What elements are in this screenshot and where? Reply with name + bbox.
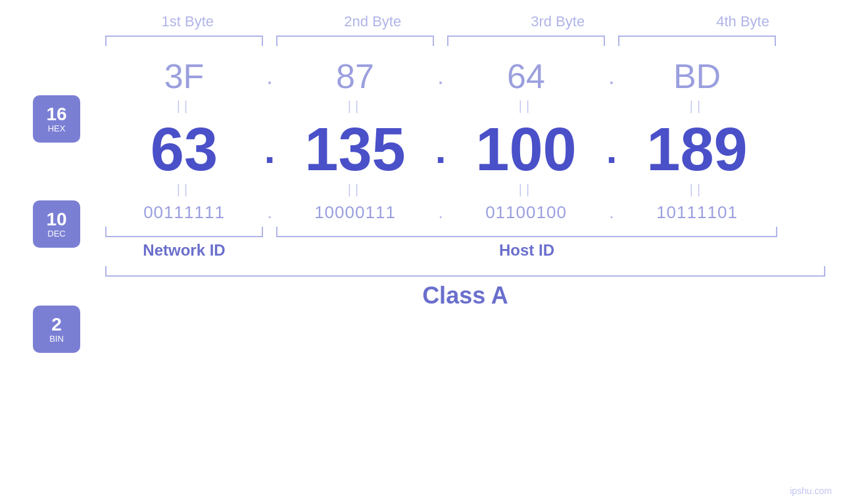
top-brackets-row — [105, 35, 825, 46]
hex-badge-label: HEX — [48, 124, 66, 133]
hex-row: 3F . 87 . 64 . BD — [105, 57, 825, 96]
bracket-top-3 — [447, 35, 605, 46]
hex-badge-number: 16 — [46, 105, 66, 124]
hex-value-1: 3F — [105, 57, 263, 96]
hex-value-4: BD — [618, 57, 776, 96]
eq-4: || — [618, 99, 776, 114]
bin-row: 00111111 . 10000111 . 01100100 . 1011110… — [105, 202, 825, 223]
dot-bin-1: . — [263, 202, 276, 223]
dec-badge: 10 DEC — [33, 200, 80, 248]
hex-value-2: 87 — [276, 57, 434, 96]
bracket-top-4 — [618, 35, 776, 46]
dot-2: . — [434, 62, 447, 90]
equals-row-1: || || || || — [105, 99, 825, 114]
dot-bin-3: . — [605, 202, 618, 223]
dec-value-3: 100 — [447, 119, 605, 179]
eq-3: || — [447, 99, 605, 114]
hex-badge: 16 HEX — [33, 95, 80, 143]
full-bracket-row — [105, 266, 825, 277]
byte-headers: 1st Byte 2nd Byte 3rd Byte 4th Byte — [105, 13, 825, 30]
bottom-brackets-row — [105, 227, 825, 237]
eq2-2: || — [276, 182, 434, 197]
eq2-3: || — [447, 182, 605, 197]
eq-2: || — [276, 99, 434, 114]
bin-value-1: 00111111 — [105, 202, 263, 223]
header-byte-3: 3rd Byte — [479, 13, 637, 30]
header-byte-4: 4th Byte — [664, 13, 822, 30]
bracket-bottom-host — [276, 227, 777, 237]
id-labels-row: Network ID Host ID — [105, 241, 825, 260]
header-byte-2: 2nd Byte — [294, 13, 452, 30]
class-label: Class A — [105, 282, 825, 309]
bracket-top-1 — [105, 35, 263, 46]
eq2-4: || — [618, 182, 776, 197]
dot-dec-2: . — [434, 127, 447, 172]
full-bracket — [105, 266, 825, 277]
bracket-top-2 — [276, 35, 434, 46]
dec-badge-label: DEC — [47, 229, 65, 239]
bin-badge-label: BIN — [49, 334, 64, 344]
dot-dec-1: . — [263, 127, 276, 172]
dec-value-4: 189 — [618, 119, 776, 179]
hex-value-3: 64 — [447, 57, 605, 96]
dec-row: 63 . 135 . 100 . 189 — [105, 119, 825, 179]
bin-value-2: 10000111 — [276, 202, 434, 223]
eq-1: || — [105, 99, 263, 114]
grid-area: 1st Byte 2nd Byte 3rd Byte 4th Byte 3F .… — [105, 13, 825, 309]
bin-badge-number: 2 — [51, 315, 62, 334]
dec-value-2: 135 — [276, 119, 434, 179]
bin-value-3: 01100100 — [447, 202, 605, 223]
header-byte-1: 1st Byte — [109, 13, 266, 30]
dec-value-1: 63 — [105, 119, 263, 179]
watermark: ipshu.com — [790, 486, 832, 496]
dot-3: . — [605, 62, 618, 90]
eq2-1: || — [105, 182, 263, 197]
dec-badge-number: 10 — [46, 210, 66, 229]
bracket-bottom-network — [105, 227, 263, 237]
dot-1: . — [263, 62, 276, 90]
dot-bin-2: . — [434, 202, 447, 223]
main-layout: 16 HEX 10 DEC 2 BIN 1st Byte 2nd Byte 3r… — [0, 0, 845, 504]
bin-value-4: 10111101 — [618, 202, 776, 223]
host-id-label: Host ID — [276, 241, 777, 260]
dot-dec-3: . — [605, 127, 618, 172]
bin-badge: 2 BIN — [33, 306, 80, 353]
equals-row-2: || || || || — [105, 182, 825, 197]
network-id-label: Network ID — [105, 241, 263, 260]
